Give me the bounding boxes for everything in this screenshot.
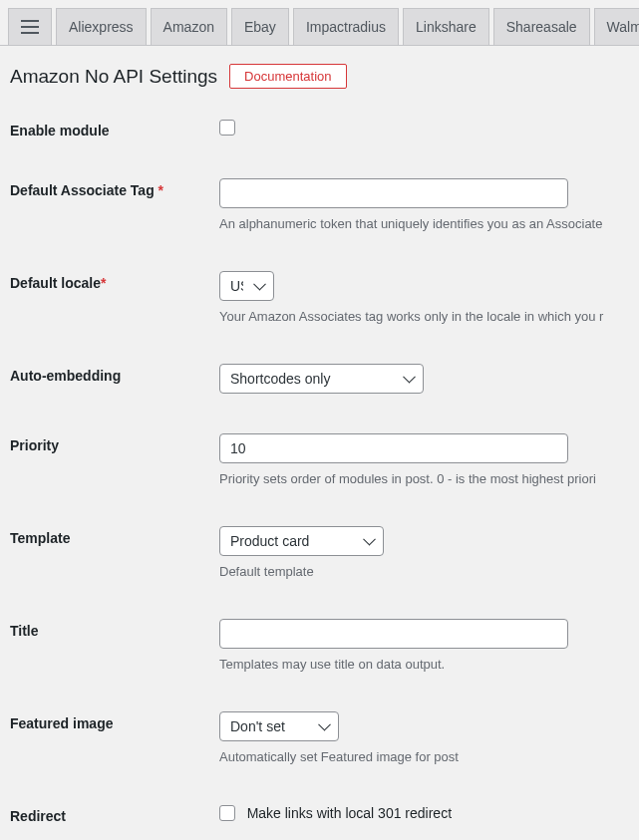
redirect-checkbox-label: Make links with local 301 redirect <box>247 805 452 821</box>
row-title: Title Templates may use title on data ou… <box>0 599 639 692</box>
label-auto-embedding: Auto-embedding <box>10 364 219 384</box>
priority-input[interactable] <box>219 433 568 463</box>
priority-description: Priority sets order of modules in post. … <box>219 471 629 486</box>
tab-ebay[interactable]: Ebay <box>231 8 289 45</box>
row-featured-image: Featured image Don't set Automatically s… <box>0 692 639 784</box>
featured-image-description: Automatically set Featured image for pos… <box>219 749 629 764</box>
label-title: Title <box>10 619 219 639</box>
title-description: Templates may use title on data output. <box>219 657 629 672</box>
tab-amazon[interactable]: Amazon <box>151 8 227 45</box>
tab-menu[interactable] <box>8 8 52 45</box>
tab-shareasale[interactable]: Shareasale <box>493 8 590 45</box>
label-enable-module: Enable module <box>10 119 219 139</box>
template-select[interactable]: Product card <box>219 526 384 556</box>
default-locale-description: Your Amazon Associates tag works only in… <box>219 309 629 324</box>
default-locale-select[interactable]: US <box>219 271 274 301</box>
documentation-button[interactable]: Documentation <box>229 64 346 89</box>
row-template: Template Product card Default template <box>0 506 639 599</box>
row-default-locale: Default locale* US Your Amazon Associate… <box>0 251 639 344</box>
tab-walmart[interactable]: Walm <box>594 8 639 45</box>
row-associate-tag: Default Associate Tag * An alphanumeric … <box>0 158 639 251</box>
featured-image-select[interactable]: Don't set <box>219 711 339 741</box>
associate-tag-input[interactable] <box>219 178 568 208</box>
module-tabs: Aliexpress Amazon Ebay Impactradius Link… <box>0 0 639 46</box>
row-enable-module: Enable module <box>0 99 639 158</box>
row-redirect: Redirect Make links with local 301 redir… <box>0 784 639 840</box>
settings-form: Enable module Default Associate Tag * An… <box>0 99 639 840</box>
title-input[interactable] <box>219 619 568 649</box>
row-priority: Priority Priority sets order of modules … <box>0 414 639 506</box>
tab-aliexpress[interactable]: Aliexpress <box>56 8 147 45</box>
auto-embedding-select[interactable]: Shortcodes only <box>219 364 424 394</box>
tab-linkshare[interactable]: Linkshare <box>403 8 489 45</box>
label-featured-image: Featured image <box>10 711 219 731</box>
redirect-checkbox[interactable] <box>219 805 235 821</box>
label-priority: Priority <box>10 433 219 453</box>
tab-impactradius[interactable]: Impactradius <box>293 8 399 45</box>
row-auto-embedding: Auto-embedding Shortcodes only <box>0 344 639 414</box>
label-default-locale: Default locale* <box>10 271 219 291</box>
label-template: Template <box>10 526 219 546</box>
label-associate-tag: Default Associate Tag * <box>10 178 219 198</box>
page-title: Amazon No API Settings <box>10 66 217 88</box>
label-redirect: Redirect <box>10 804 219 824</box>
enable-module-checkbox[interactable] <box>219 120 235 136</box>
associate-tag-description: An alphanumeric token that uniquely iden… <box>219 216 629 231</box>
hamburger-icon <box>21 20 39 34</box>
template-description: Default template <box>219 564 629 579</box>
page-header: Amazon No API Settings Documentation <box>0 46 639 99</box>
